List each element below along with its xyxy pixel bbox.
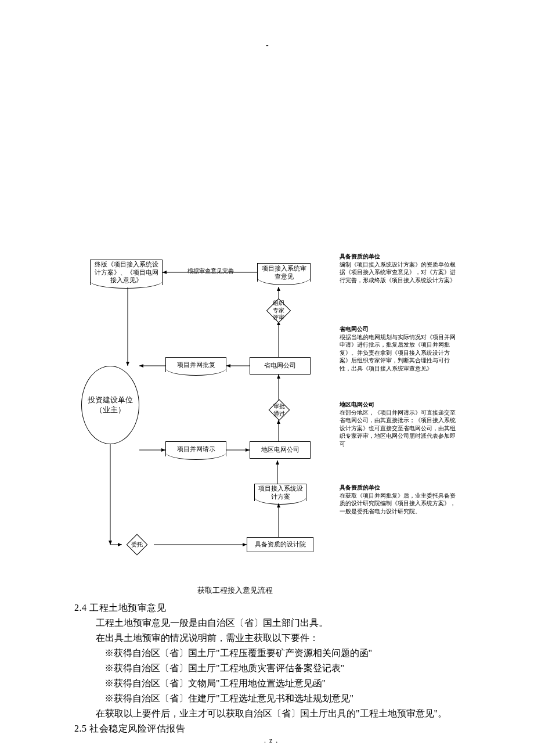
annot-body: 在获取《项目并网批复》后，业主委托具备资质的设计研究院编制《项目接入系统方案》，… bbox=[340, 492, 456, 514]
label: 项目接入系统审查意见 bbox=[259, 265, 309, 281]
body-line: ※获得自治区〔省〕住建厅"工程选址意见书和选址规划意见" bbox=[104, 691, 353, 706]
body-line: ※获得自治区〔省〕国土厅"工程地质灾害评估备案登记表" bbox=[104, 661, 344, 676]
page: - 终版《项目接入系统设计方案》、《项目电网接入意见》 项目接入系统审查意见 根… bbox=[0, 0, 534, 756]
node-final-doc: 终版《项目接入系统设计方案》、《项目电网接入意见》 bbox=[90, 260, 163, 285]
label: 项目并网批复 bbox=[177, 361, 215, 369]
edge-improve: 根据审查意见完善 bbox=[187, 267, 223, 275]
annot-body: 根据当地的电网规划与实际情况对《项目并网申请》进行批示，批复后发放《项目并网批复… bbox=[340, 334, 456, 372]
node-review-opinion: 项目接入系统审查意见 bbox=[257, 263, 311, 282]
annot-1: 具备资质的单位编制《项目接入系统设计方案》的资质单位根据《项目接入系统审查意见》… bbox=[340, 253, 456, 284]
label: 省电网公司 bbox=[264, 362, 296, 370]
annot-title: 具备资质的单位 bbox=[340, 484, 456, 492]
body-line: 在出具土地预审的情况说明前，需业主获取以下要件： bbox=[96, 631, 319, 646]
annot-3: 地区电网公司在部分地区，《项目并网请示》可直接递交至省电网公司，由其直接批示；《… bbox=[340, 401, 456, 448]
annot-title: 地区电网公司 bbox=[340, 401, 456, 409]
label: 终版《项目接入系统设计方案》、《项目电网接入意见》 bbox=[92, 261, 161, 285]
heading-2-5: 2.5 社会稳定风险评估报告 bbox=[74, 721, 185, 736]
label: 地区电网公司 bbox=[261, 446, 300, 454]
node-design-plan: 项目接入系统设计方案 bbox=[254, 484, 306, 501]
label: 项目并网请示 bbox=[177, 445, 215, 453]
heading-2-4: 2.4 工程土地预审意见 bbox=[74, 600, 166, 615]
body-line: ※获得自治区〔省〕文物局"工程用地位置选址意见函" bbox=[104, 676, 326, 691]
label: 项目接入系统设计方案 bbox=[256, 485, 305, 501]
diagram-caption: 获取工程接入意见流程 bbox=[73, 585, 398, 596]
node-regional: 地区电网公司 bbox=[250, 441, 311, 459]
annot-title: 具备资质的单位 bbox=[340, 253, 456, 261]
body-line: ※获得自治区〔省〕国土厅"工程压覆重要矿产资源相关问题的函" bbox=[104, 646, 372, 661]
node-design-inst: 具备资质的设计院 bbox=[247, 537, 313, 552]
body-line: 工程土地预审意见一般是由自治区〔省〕国土部门出具。 bbox=[96, 615, 328, 631]
annot-2: 省电网公司根据当地的电网规划与实际情况对《项目并网申请》进行批示，批复后发放《项… bbox=[340, 325, 456, 372]
body-line: 在获取以上要件后，业主才可以获取自治区〔省〕国土厅出具的"工程土地预审意见"。 bbox=[96, 706, 447, 721]
header-dash: - bbox=[266, 41, 269, 50]
footer: .z. bbox=[264, 736, 281, 745]
node-owner: 投资建设单位（业主） bbox=[81, 366, 139, 444]
label: 审批通过 bbox=[273, 403, 285, 417]
label: 投资建设单位（业主） bbox=[83, 395, 138, 415]
flow-diagram: 终版《项目接入系统设计方案》、《项目电网接入意见》 项目接入系统审查意见 根据审… bbox=[73, 253, 467, 584]
annot-body: 在部分地区，《项目并网请示》可直接递交至省电网公司，由其直接批示；《项目接入系统… bbox=[340, 409, 456, 447]
annot-4: 具备资质的单位在获取《项目并网批复》后，业主委托具备资质的设计研究院编制《项目接… bbox=[340, 484, 456, 515]
annot-body: 编制《项目接入系统设计方案》的资质单位根据《项目接入系统审查意见》，对《方案》进… bbox=[340, 261, 456, 283]
node-request: 项目并网请示 bbox=[165, 441, 226, 456]
label: 委托 bbox=[131, 541, 143, 549]
label: 组织专家评审 bbox=[272, 300, 286, 322]
label: 具备资质的设计院 bbox=[255, 541, 306, 549]
annot-title: 省电网公司 bbox=[340, 325, 456, 333]
node-provincial: 省电网公司 bbox=[250, 357, 311, 375]
node-approval: 项目并网批复 bbox=[165, 357, 226, 372]
